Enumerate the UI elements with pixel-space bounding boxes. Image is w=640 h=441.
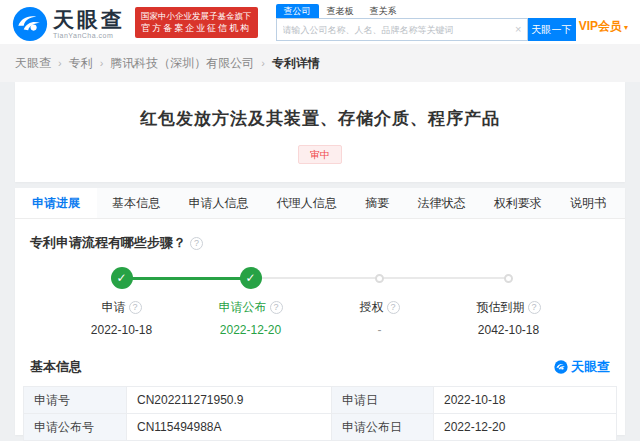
search-input[interactable] — [277, 25, 527, 35]
basic-info-heading: 基本信息 — [30, 358, 82, 376]
content-card: 申请进展 基本信息 申请人信息 代理人信息 摘要 法律状态 权利要求 说明书 专… — [15, 188, 625, 435]
breadcrumb: 天眼查 › 专利 › 腾讯科技（深圳）有限公司 › 专利详情 — [0, 44, 640, 82]
table-value: CN202211271950.9 — [127, 387, 332, 414]
search-area: 查公司 查老板 查关系 × 天眼一下 — [276, 4, 576, 41]
vip-link[interactable]: VIP会员 ▾ — [579, 18, 628, 35]
vip-label: VIP会员 — [579, 18, 622, 35]
breadcrumb-patent[interactable]: 专利 — [69, 55, 93, 72]
tianyancha-watermark-icon — [554, 360, 568, 374]
breadcrumb-home[interactable]: 天眼查 — [15, 55, 51, 72]
breadcrumb-separator: › — [100, 57, 104, 69]
breadcrumb-current: 专利详情 — [272, 55, 320, 72]
table-label: 申请日 — [332, 387, 434, 414]
tab-legal-status[interactable]: 法律状态 — [404, 188, 478, 218]
table-label: 申请公布日 — [332, 414, 434, 441]
tab-basic-info[interactable]: 基本信息 — [99, 188, 173, 218]
step-date: 2022-12-20 — [220, 323, 281, 337]
pending-circle-icon — [375, 274, 384, 283]
gov-certification-badge: 国家中小企业发展子基金旗下 官方备案企业征信机构 — [135, 7, 258, 38]
question-icon[interactable]: ? — [387, 301, 400, 314]
logo-subtitle: TianYanCha.com — [53, 32, 125, 39]
question-icon[interactable]: ? — [129, 301, 142, 314]
step-label: 申请 — [102, 299, 126, 316]
tab-description[interactable]: 说明书 — [557, 188, 619, 218]
search-tab-boss[interactable]: 查老板 — [319, 4, 362, 18]
tab-abstract[interactable]: 摘要 — [352, 188, 402, 218]
tab-application-progress[interactable]: 申请进展 — [15, 188, 97, 218]
table-label: 申请号 — [24, 387, 127, 414]
status-badge: 审中 — [298, 145, 342, 164]
gov-badge-line1: 国家中小企业发展子基金旗下 — [141, 10, 252, 22]
tianyancha-logo[interactable]: 天眼查 TianYanCha.com — [12, 6, 125, 42]
search-tab-relation[interactable]: 查关系 — [362, 4, 405, 18]
patent-title: 红包发放方法及其装置、存储介质、程序产品 — [15, 107, 625, 130]
process-heading: 专利申请流程有哪些步骤？ ? — [15, 219, 625, 252]
step-label: 授权 — [360, 299, 384, 316]
tab-agent-info[interactable]: 代理人信息 — [264, 188, 350, 218]
check-circle-icon: ✓ — [240, 267, 262, 289]
tianyancha-watermark: 天眼查 — [554, 358, 610, 376]
table-value: 2022-10-18 — [434, 387, 616, 414]
basic-info-table: 申请号 CN202211271950.9 申请日 2022-10-18 申请公布… — [23, 386, 617, 441]
search-input-wrap: × — [276, 18, 528, 41]
breadcrumb-company[interactable]: 腾讯科技（深圳）有限公司 — [110, 55, 254, 72]
top-header: 天眼查 TianYanCha.com 国家中小企业发展子基金旗下 官方备案企业征… — [0, 0, 640, 44]
search-button[interactable]: 天眼一下 — [528, 18, 576, 41]
watermark-text: 天眼查 — [571, 358, 610, 376]
question-icon[interactable]: ? — [190, 237, 203, 250]
logo-text-wrap: 天眼查 TianYanCha.com — [53, 9, 125, 39]
vip-chevron-icon: ▾ — [624, 23, 628, 32]
tab-claims[interactable]: 权利要求 — [481, 188, 555, 218]
basic-info-heading-row: 基本信息 天眼查 — [15, 337, 625, 386]
tab-applicant-info[interactable]: 申请人信息 — [176, 188, 262, 218]
clear-icon[interactable]: × — [515, 24, 521, 35]
step-label: 预估到期 — [477, 299, 525, 316]
pending-circle-icon — [504, 274, 513, 283]
breadcrumb-separator: › — [58, 57, 62, 69]
process-steps: ✓ 申请 ? 2022-10-18 ✓ 申请公布 ? 2022-12-20 授权… — [57, 266, 573, 337]
check-circle-icon: ✓ — [111, 267, 133, 289]
logo-title: 天眼查 — [53, 9, 125, 31]
search-row: × 天眼一下 — [276, 18, 576, 41]
search-tab-company[interactable]: 查公司 — [276, 4, 319, 18]
step-date: 2042-10-18 — [478, 323, 539, 337]
step-date: 2022-10-18 — [91, 323, 152, 337]
tab-bar: 申请进展 基本信息 申请人信息 代理人信息 摘要 法律状态 权利要求 说明书 — [15, 188, 625, 219]
breadcrumb-separator: › — [261, 57, 265, 69]
step-estimated-expiry: 预估到期 ? 2042-10-18 — [444, 266, 573, 337]
table-value: 2022-12-20 — [434, 414, 616, 441]
question-icon[interactable]: ? — [528, 301, 541, 314]
table-value: CN115494988A — [127, 414, 332, 441]
question-icon[interactable]: ? — [270, 301, 283, 314]
patent-title-card: 红包发放方法及其装置、存储介质、程序产品 审中 — [15, 82, 625, 182]
process-heading-text: 专利申请流程有哪些步骤？ — [30, 234, 186, 252]
search-tabs: 查公司 查老板 查关系 — [276, 4, 576, 18]
gov-badge-line2: 官方备案企业征信机构 — [141, 22, 252, 35]
step-label: 申请公布 — [219, 299, 267, 316]
tianyancha-logo-icon — [12, 6, 48, 42]
table-label: 申请公布号 — [24, 414, 127, 441]
step-date: - — [378, 323, 382, 337]
